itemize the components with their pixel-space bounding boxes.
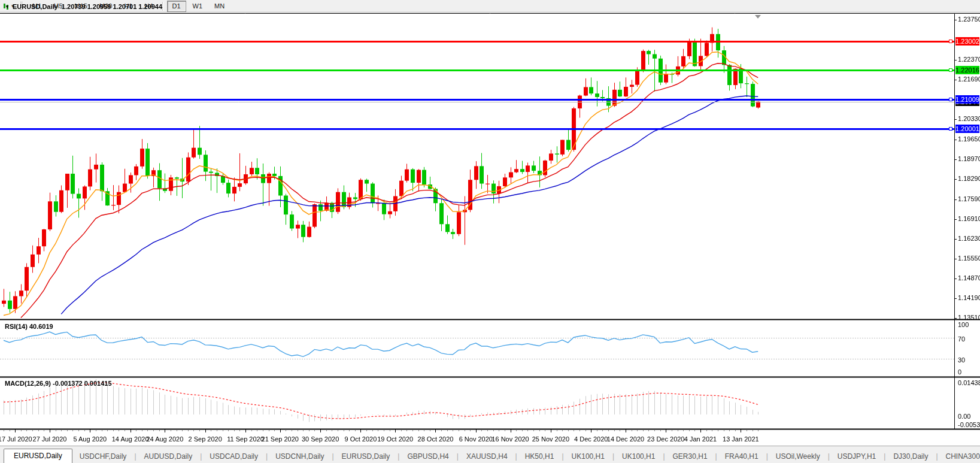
time-axis-label: 13 Jan 2021 — [723, 435, 759, 443]
time-axis-label: 6 Nov 2020 — [459, 435, 493, 443]
chart-tab-xauusd-h4[interactable]: XAUUSD,H4 — [459, 450, 515, 463]
price-axis-tick: 1.22370 — [958, 56, 980, 63]
collapse-triangle-icon: ▼ — [5, 4, 10, 10]
time-axis-label: 25 Nov 2020 — [532, 435, 569, 443]
time-axis-label: 14 Aug 2020 — [112, 435, 149, 443]
time-axis-label: 9 Oct 2020 — [345, 435, 377, 443]
chart-tab-dj30-daily[interactable]: DJ30,Daily — [886, 450, 935, 463]
time-axis-label: 4 Dec 2020 — [574, 435, 608, 443]
price-axis-tick: 1.23750 — [958, 16, 980, 23]
chart-tab-uk100-h1[interactable]: UK100,H1 — [565, 450, 612, 463]
price-axis-tick: 1.18290 — [958, 175, 980, 182]
chart-tab-usoil-weekly[interactable]: USOil,Weekly — [769, 450, 827, 463]
rsi-axis-label: 30 — [958, 356, 965, 364]
time-axis-label: 2 Sep 2020 — [189, 435, 222, 443]
time-axis-label: 30 Sep 2020 — [302, 435, 339, 443]
price-axis-tick: 1.16910 — [958, 215, 980, 222]
chart-symbol: EURUSD,Daily — [13, 3, 58, 10]
mt4-terminal: ▼ M1M5M15M30H1H4D1W1MN ▼EURUSD,Daily 1.2… — [0, 0, 980, 463]
chart-tab-eurusd-daily[interactable]: EURUSD,Daily — [335, 450, 398, 463]
price-chart-canvas[interactable] — [0, 0, 980, 463]
chart-tab-china300-h1[interactable]: CHINA300,H1 — [939, 450, 980, 463]
chart-tab-usdcad-daily[interactable]: USDCAD,Daily — [202, 450, 265, 463]
time-axis-label: 5 Aug 2020 — [73, 435, 107, 443]
time-axis-label: 17 Jul 2020 — [0, 435, 32, 443]
time-axis-label: 21 Sep 2020 — [262, 435, 299, 443]
chart-shift-marker-icon[interactable] — [755, 15, 761, 19]
chart-tab-eurusd-daily[interactable]: EURUSD,Daily — [4, 449, 72, 463]
rsi-axis-label: 100 — [958, 321, 969, 328]
chart-tab-ger30-h1[interactable]: GER30,H1 — [666, 450, 715, 463]
price-axis-tick: 1.14190 — [958, 294, 980, 301]
chart-tab-usdjpy-h1[interactable]: USDJPY,H1 — [830, 450, 883, 463]
time-axis-label: 11 Sep 2020 — [227, 435, 264, 443]
macd-axis-label: -0.005396 — [958, 421, 980, 428]
time-axis-label: 28 Oct 2020 — [418, 435, 454, 443]
time-axis-label: 14 Dec 2020 — [607, 435, 644, 443]
price-axis-tick: 1.17590 — [958, 195, 980, 202]
rsi-axis-label: 70 — [958, 335, 965, 343]
chart-tab-fra40-h1[interactable]: FRA40,H1 — [718, 450, 766, 463]
time-axis-label: 19 Oct 2020 — [377, 435, 413, 443]
time-axis-label: 24 Aug 2020 — [146, 435, 183, 443]
chart-tab-usdchf-daily[interactable]: USDCHF,Daily — [72, 450, 134, 463]
chart-ohlc-values: 1.20739 1.20959 1.20701 1.20944 — [62, 3, 162, 10]
price-axis-tick: 1.15550 — [958, 255, 980, 262]
chart-ohlc-header: ▼EURUSD,Daily 1.20739 1.20959 1.20701 1.… — [5, 3, 162, 10]
price-axis-tick: 1.18970 — [958, 155, 980, 162]
price-line-badge: 1.23002 — [955, 37, 979, 46]
price-line-badge: 1.20001 — [955, 125, 979, 133]
price-axis-tick: 1.14870 — [958, 274, 980, 282]
chart-tab-gbpusd-h4[interactable]: GBPUSD,H4 — [400, 450, 456, 463]
macd-axis-label: 0.00 — [958, 413, 970, 420]
macd-indicator-label: MACD(12,26,9) -0.001372 0.001415 — [5, 380, 112, 387]
price-axis-tick: 1.16230 — [958, 235, 980, 242]
rsi-axis-label: 0 — [958, 368, 961, 376]
price-axis-tick: 1.20330 — [958, 115, 980, 122]
chart-tab-bar: EURUSD,DailyUSDCHF,Daily|AUDUSD,Daily|US… — [0, 446, 980, 463]
chart-tab-hk50-h1[interactable]: HK50,H1 — [518, 450, 562, 463]
macd-axis-label: 0.014384 — [958, 379, 980, 386]
time-axis-label: 27 Jul 2020 — [33, 435, 67, 443]
chart-tab-usdcnh-daily[interactable]: USDCNH,Daily — [268, 450, 331, 463]
price-line-badge: 1.22016 — [955, 66, 979, 74]
time-axis-label: 4 Jan 2021 — [684, 435, 717, 443]
price-axis-tick: 1.13510 — [958, 314, 980, 321]
chart-tab-uk100-h1[interactable]: UK100,H1 — [615, 450, 662, 463]
price-line-badge: 1.21009 — [955, 95, 979, 104]
rsi-indicator-label: RSI(14) 40.6019 — [5, 323, 53, 330]
price-axis-tick: 1.19650 — [958, 135, 980, 143]
price-axis-tick: 1.21690 — [958, 75, 980, 83]
time-axis-label: 16 Nov 2020 — [491, 435, 529, 443]
time-axis-label: 23 Dec 2020 — [647, 435, 684, 443]
chart-tab-audusd-daily[interactable]: AUDUSD,Daily — [137, 450, 200, 463]
